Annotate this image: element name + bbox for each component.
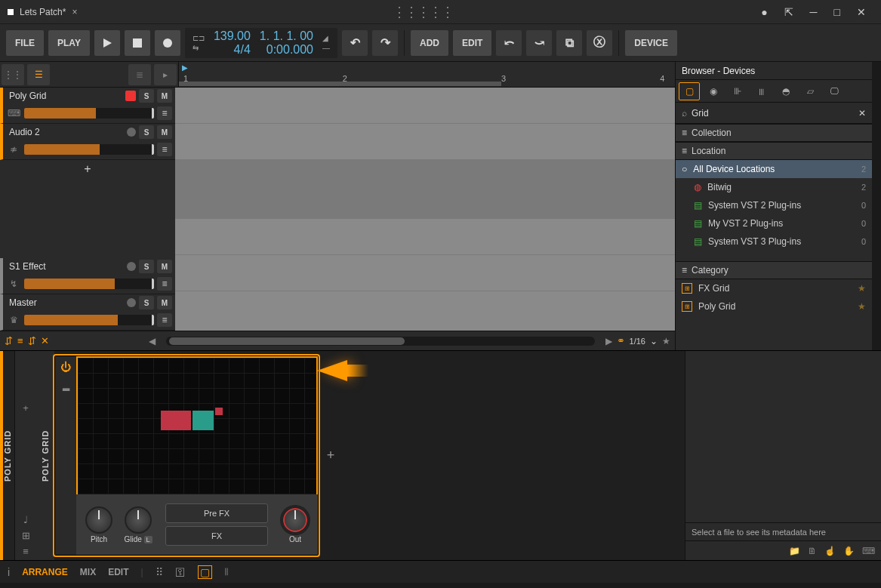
track-name[interactable]: Audio 2: [6, 127, 124, 137]
page-icon[interactable]: 🗎: [808, 546, 817, 556]
zoom-value[interactable]: 1/16: [630, 337, 645, 346]
music-tab-icon[interactable]: ◓: [775, 82, 796, 100]
fx-button[interactable]: FX: [165, 526, 268, 546]
panel-bars-icon[interactable]: ⦀: [224, 565, 229, 578]
tap-icon[interactable]: ☝: [824, 546, 836, 556]
collection-section[interactable]: ≡Collection: [676, 124, 872, 142]
files-tab-icon[interactable]: 🖵: [824, 82, 845, 100]
clear-icon[interactable]: ✕: [41, 335, 49, 346]
devices-tab-icon[interactable]: ▢: [679, 82, 700, 100]
track-item[interactable]: Poly Grid S M ⌨ ≡: [0, 88, 175, 124]
solo-button[interactable]: S: [139, 89, 154, 103]
volume-fader[interactable]: [24, 315, 154, 325]
solo-button[interactable]: S: [139, 125, 154, 139]
solo-button[interactable]: S: [139, 296, 154, 309]
controller-icon[interactable]: ⠿: [156, 566, 163, 578]
track-item[interactable]: S1 Effect S M ↯ ≡: [0, 258, 175, 294]
redo-icon[interactable]: ↷: [372, 30, 398, 56]
location-item[interactable]: ○ All Device Locations 2: [676, 160, 872, 178]
search-input[interactable]: [692, 108, 854, 119]
location-item[interactable]: ▤ My VST 2 Plug-ins 0: [676, 214, 872, 232]
list-view-icon[interactable]: ≡: [23, 546, 29, 557]
record-dot-icon[interactable]: ●: [761, 6, 767, 18]
record-arm-icon[interactable]: [127, 262, 136, 271]
device-button[interactable]: DEVICE: [625, 30, 677, 56]
track-menu-icon[interactable]: ≡: [157, 313, 172, 327]
preset-folder-icon[interactable]: ▂: [63, 380, 69, 391]
grid-module[interactable]: [215, 408, 223, 415]
glide-knob[interactable]: Glide L: [122, 506, 155, 543]
info-icon[interactable]: i: [8, 566, 10, 578]
solo-button[interactable]: S: [139, 260, 154, 273]
star-icon[interactable]: ★: [858, 283, 866, 294]
repeat-icon[interactable]: ⇆: [193, 44, 205, 52]
stop-icon[interactable]: [125, 30, 150, 56]
maximize-icon[interactable]: □: [834, 6, 840, 18]
keyboard-icon[interactable]: ⌨: [862, 546, 875, 556]
tracklist-icon[interactable]: ≡: [17, 335, 23, 346]
scroll-right-icon[interactable]: ▶: [605, 336, 612, 346]
loop-icons[interactable]: ⊏⊐ ⇆: [193, 34, 205, 52]
metronome-icon[interactable]: ◢: [322, 34, 330, 42]
pitch-knob[interactable]: Pitch: [82, 506, 116, 543]
zoom-chevron-icon[interactable]: ⌄: [650, 336, 658, 346]
grid-module[interactable]: [161, 411, 191, 430]
loop-region[interactable]: [179, 82, 501, 86]
automation-icon[interactable]: ⇵: [5, 335, 13, 346]
device-grid[interactable]: [76, 356, 318, 494]
clip-launcher-toggle-icon[interactable]: ⋮⋮: [2, 64, 24, 85]
volume-fader[interactable]: [24, 144, 154, 155]
edit-button[interactable]: EDIT: [453, 30, 491, 56]
category-item[interactable]: ⊞ FX Grid ★: [676, 279, 872, 297]
location-section[interactable]: ≡Location: [676, 142, 872, 160]
h-scrollbar[interactable]: [166, 337, 595, 346]
add-device-after-icon[interactable]: +: [323, 351, 338, 560]
tempo-value[interactable]: 139.00: [214, 29, 251, 43]
record-arm-icon[interactable]: [127, 128, 136, 137]
arranger-toggle-icon[interactable]: ☰: [27, 64, 50, 85]
file-button[interactable]: FILE: [6, 30, 44, 56]
poly-grid-device[interactable]: ⏻ ▂ Pitch Glide L: [54, 356, 319, 556]
volume-fader[interactable]: [24, 279, 154, 289]
arrange-tab[interactable]: ARRANGE: [22, 567, 68, 577]
loop-icon[interactable]: ⊏⊐: [193, 34, 205, 42]
record-arm-icon[interactable]: [127, 298, 136, 307]
add-device-before-icon[interactable]: +: [23, 402, 29, 414]
play-label-button[interactable]: PLAY: [48, 30, 90, 56]
history-back-icon[interactable]: ⤺: [496, 30, 522, 56]
add-track-button[interactable]: +: [0, 160, 175, 178]
edit-tab[interactable]: EDIT: [108, 567, 128, 577]
track-name[interactable]: Poly Grid: [6, 91, 122, 101]
duplicate-icon[interactable]: ⧉: [556, 30, 582, 56]
link-icon[interactable]: ⚭: [617, 335, 625, 346]
add-button[interactable]: ADD: [411, 30, 448, 56]
arrange-area[interactable]: [175, 88, 675, 331]
mix-tab[interactable]: MIX: [80, 567, 96, 577]
playhead-icon[interactable]: ▶: [182, 63, 188, 72]
track-name[interactable]: Master: [6, 297, 124, 308]
out-knob[interactable]: Out: [279, 506, 312, 543]
delete-icon[interactable]: ⓧ: [587, 30, 612, 56]
timeline-ruler[interactable]: ▶ 1 2 3 4: [178, 62, 675, 87]
star-icon[interactable]: ★: [858, 301, 866, 312]
note-icon[interactable]: ♩: [23, 514, 28, 525]
hand-icon[interactable]: ✋: [843, 546, 855, 556]
track-menu-icon[interactable]: ≡: [157, 106, 172, 120]
scroll-left-icon[interactable]: ◀: [149, 336, 156, 346]
automation-lane-icon[interactable]: ≣: [128, 64, 151, 85]
metronome-icons[interactable]: ◢ —: [322, 34, 330, 52]
project-tab[interactable]: Lets Patch* ×: [0, 0, 85, 23]
location-item[interactable]: ▤ System VST 3 Plug-ins 0: [676, 232, 872, 251]
position-value[interactable]: 1. 1. 1. 00: [260, 29, 313, 43]
close-window-icon[interactable]: ✕: [857, 6, 866, 18]
chain-strip[interactable]: POLY GRID: [0, 351, 15, 560]
track-item[interactable]: Master S M ♛ ≡: [0, 294, 175, 331]
track-menu-icon[interactable]: ≡: [157, 143, 172, 156]
samples-tab-icon[interactable]: ⊪: [727, 82, 748, 100]
clips-tab-icon[interactable]: ▱: [799, 82, 821, 100]
panel-square-icon[interactable]: ▢: [198, 565, 212, 579]
close-tab-icon[interactable]: ×: [72, 7, 77, 17]
mute-button[interactable]: M: [157, 260, 172, 273]
collapse-icon[interactable]: ⇵: [28, 335, 36, 346]
star-icon[interactable]: ★: [662, 336, 670, 346]
